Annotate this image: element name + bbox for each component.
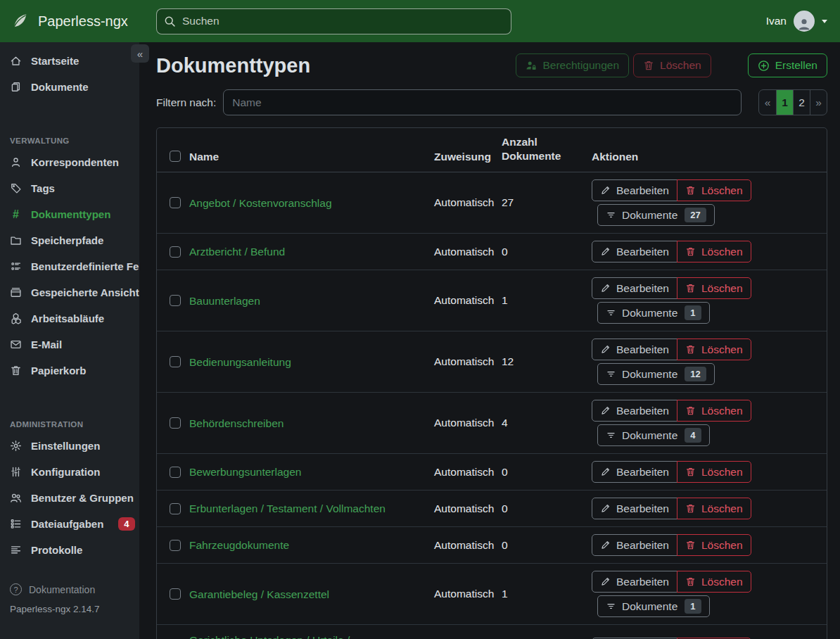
sidebar-item-dateiaufgaben[interactable]: Dateiaufgaben4 <box>0 511 139 537</box>
edit-button[interactable]: Bearbeiten <box>592 498 677 519</box>
sidebar-collapse-button[interactable]: « <box>131 44 149 63</box>
doctype-name-link[interactable]: Bauunterlagen <box>189 293 434 309</box>
sidebar-item-tags[interactable]: Tags <box>0 175 139 201</box>
pencil-icon <box>600 283 611 293</box>
edit-button[interactable]: Bearbeiten <box>592 400 677 422</box>
edit-button[interactable]: Bearbeiten <box>592 179 677 201</box>
table-row: Erbunterlagen / Testament / Vollmachten … <box>157 491 827 527</box>
user-menu[interactable]: Ivan <box>766 11 840 32</box>
pagination-prev[interactable]: « <box>759 90 776 115</box>
edit-button[interactable]: Bearbeiten <box>592 241 677 262</box>
edit-button[interactable]: Bearbeiten <box>592 461 677 483</box>
row-checkbox[interactable] <box>170 417 181 429</box>
sidebar-item-label: Gespeicherte Ansichten <box>31 286 139 298</box>
sidebar-item-label: Startseite <box>31 55 79 67</box>
pagination-page-1[interactable]: 1 <box>776 90 793 115</box>
delete-button[interactable]: Löschen <box>677 534 751 556</box>
sidebar-item-arbeitsablaeufe[interactable]: Arbeitsabläufe <box>0 305 139 331</box>
delete-button[interactable]: Löschen <box>677 179 751 201</box>
row-checkbox[interactable] <box>170 197 181 208</box>
pencil-icon <box>600 344 611 355</box>
header-assignment: Zuweisung <box>434 151 502 163</box>
sidebar-item-startseite[interactable]: Startseite <box>0 48 139 74</box>
delete-button[interactable]: Löschen <box>677 400 751 422</box>
sidebar-item-dokumente[interactable]: Dokumente <box>0 74 139 100</box>
documents-label: Dokumente <box>622 209 677 222</box>
delete-button[interactable]: Löschen <box>677 461 751 483</box>
sidebar-item-einstellungen[interactable]: Einstellungen <box>0 433 139 459</box>
header-actions: Aktionen <box>592 151 827 163</box>
create-button[interactable]: Erstellen <box>748 53 827 77</box>
files-icon <box>10 81 22 93</box>
workflows-icon <box>10 312 22 324</box>
sidebar-item-label: Dateiaufgaben <box>31 518 103 530</box>
doctype-name-link[interactable]: Fahrzeugdokumente <box>189 537 434 553</box>
sidebar-item-benutzerdefinierte-felder[interactable]: Benutzerdefinierte Felder <box>0 253 139 279</box>
sidebar-item-papierkorb[interactable]: Papierkorb <box>0 358 139 384</box>
question-circle-icon: ? <box>10 583 22 595</box>
search-input[interactable] <box>156 8 511 34</box>
pencil-icon <box>600 405 611 416</box>
pagination-next[interactable]: » <box>810 90 827 115</box>
delete-label: Löschen <box>701 576 743 588</box>
doctype-name-link[interactable]: Gerichtliche Unterlagen / Urteile / Mahn… <box>189 632 434 639</box>
doctype-name-link[interactable]: Angebot / Kostenvoranschlag <box>189 195 434 211</box>
documents-button[interactable]: Dokumente 12 <box>597 363 715 385</box>
row-checkbox[interactable] <box>170 503 181 514</box>
document-count: 0 <box>502 466 592 479</box>
doctype-name-link[interactable]: Bewerbungsunterlagen <box>189 464 434 480</box>
permissions-button[interactable]: Berechtigungen <box>516 53 629 77</box>
delete-button[interactable]: Löschen <box>677 571 751 593</box>
filter-name-input[interactable] <box>223 89 742 115</box>
sidebar-item-label: Protokolle <box>31 544 82 556</box>
delete-label: Löschen <box>701 282 743 295</box>
row-checkbox[interactable] <box>170 356 181 367</box>
edit-button[interactable]: Bearbeiten <box>592 571 677 593</box>
table-row: Arztbericht / Befund Automatisch 0 Bearb… <box>157 234 827 270</box>
app-version: Paperless-ngx 2.14.7 <box>0 599 139 619</box>
delete-button[interactable]: Löschen <box>677 241 751 262</box>
edit-label: Bearbeiten <box>616 246 669 258</box>
saved-views-icon <box>10 286 22 298</box>
delete-button[interactable]: Löschen <box>677 498 751 519</box>
row-checkbox[interactable] <box>170 467 181 478</box>
row-checkbox[interactable] <box>170 540 181 551</box>
sidebar-item-protokolle[interactable]: Protokolle <box>0 537 139 563</box>
delete-button[interactable]: Löschen <box>677 277 751 299</box>
documents-button[interactable]: Dokumente 27 <box>597 204 715 226</box>
doctype-name-link[interactable]: Behördenschreiben <box>189 415 434 431</box>
doctype-name-link[interactable]: Arztbericht / Befund <box>189 243 434 260</box>
select-all-checkbox[interactable] <box>170 151 181 162</box>
pencil-icon <box>600 503 611 514</box>
documentation-link[interactable]: ?Dokumentation <box>0 580 139 599</box>
trash-icon <box>685 344 696 355</box>
doctype-name-link[interactable]: Garantiebeleg / Kassenzettel <box>189 586 434 602</box>
sidebar-item-korrespondenten[interactable]: Korrespondenten <box>0 149 139 175</box>
row-checkbox[interactable] <box>170 295 181 306</box>
sidebar-item-speicherpfade[interactable]: Speicherpfade <box>0 227 139 253</box>
sidebar-item-gespeicherte-ansichten[interactable]: Gespeicherte Ansichten <box>0 279 139 305</box>
app-brand[interactable]: Paperless-ngx <box>0 12 139 30</box>
doctype-name-link[interactable]: Erbunterlagen / Testament / Vollmachten <box>189 500 434 517</box>
delete-button[interactable]: Löschen <box>677 339 751 360</box>
sidebar-item-konfiguration[interactable]: Konfiguration <box>0 459 139 485</box>
documents-button[interactable]: Dokumente 1 <box>597 595 710 617</box>
edit-button[interactable]: Bearbeiten <box>592 277 677 299</box>
edit-button[interactable]: Bearbeiten <box>592 339 677 360</box>
documents-button[interactable]: Dokumente 1 <box>597 302 710 324</box>
doctype-name-link[interactable]: Bedienungsanleitung <box>189 354 434 370</box>
edit-button[interactable]: Bearbeiten <box>592 534 677 556</box>
sidebar-item-benutzer-gruppen[interactable]: Benutzer & Gruppen <box>0 485 139 511</box>
pagination-page-2[interactable]: 2 <box>793 90 810 115</box>
assignment-value: Automatisch <box>434 294 502 307</box>
table-row: Bauunterlagen Automatisch 1 Bearbeiten L… <box>157 270 827 331</box>
sidebar-item-e-mail[interactable]: E-Mail <box>0 331 139 358</box>
sidebar-item-dokumenttypen[interactable]: #Dokumenttypen <box>0 201 139 227</box>
bulk-delete-button[interactable]: Löschen <box>633 53 711 77</box>
row-checkbox[interactable] <box>170 588 181 600</box>
bulk-delete-label: Löschen <box>660 59 701 72</box>
documents-label: Dokumente <box>622 429 677 442</box>
delete-label: Löschen <box>701 343 743 356</box>
documents-button[interactable]: Dokumente 4 <box>597 424 710 446</box>
row-checkbox[interactable] <box>170 246 181 258</box>
